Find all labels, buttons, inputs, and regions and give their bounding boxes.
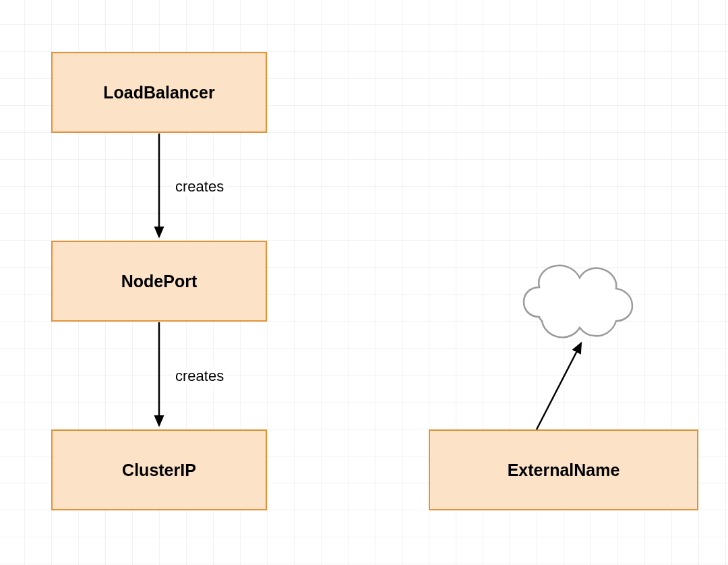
node-loadbalancer-label: LoadBalancer [103,83,214,102]
edge-externalname-cloud [537,343,581,429]
cloud-icon [524,266,632,338]
edge-nodeport-clusterip-label: creates [173,367,226,385]
node-nodeport-label: NodePort [121,272,198,291]
node-clusterip: ClusterIP [51,429,267,510]
diagram-canvas: LoadBalancer NodePort ClusterIP External… [0,0,728,565]
node-clusterip-label: ClusterIP [122,460,196,480]
node-externalname: ExternalName [429,429,698,510]
node-loadbalancer: LoadBalancer [51,52,267,133]
edge-lb-nodeport-label: creates [173,178,226,196]
node-nodeport: NodePort [51,241,267,322]
node-externalname-label: ExternalName [508,460,620,480]
